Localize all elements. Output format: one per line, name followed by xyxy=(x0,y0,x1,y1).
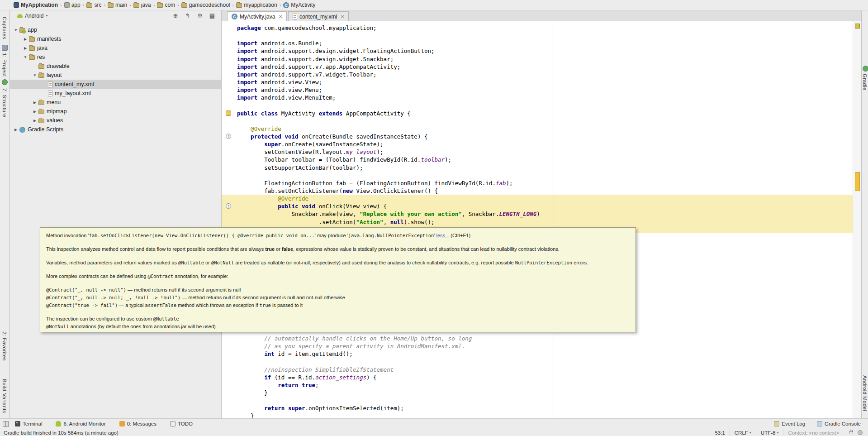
code-line[interactable]: super.onCreate(savedInstanceState); xyxy=(222,140,853,148)
code-line[interactable]: protected void onCreate(Bundle savedInst… xyxy=(222,133,853,140)
inspections-profile-icon[interactable] xyxy=(858,430,863,435)
toolwindow-button-event-log[interactable]: Event Log xyxy=(774,421,805,426)
code-line[interactable]: import android.view.Menu; xyxy=(222,86,853,94)
code-line[interactable]: public class MyActivity extends AppCompa… xyxy=(222,110,853,117)
tree-item-mipmap[interactable]: ▶mipmap xyxy=(10,107,221,116)
window-options-icon[interactable]: ▤ xyxy=(208,11,217,20)
code-line[interactable]: import android.support.v7.app.AppCompatA… xyxy=(222,63,853,71)
toolwindow-button-todo[interactable]: TODO xyxy=(170,421,193,426)
tree-item-content_my.xml[interactable]: content_my.xml xyxy=(10,80,221,89)
toolwindow-switcher-icon[interactable] xyxy=(3,421,9,427)
tree-item-java[interactable]: ▶java xyxy=(10,43,221,53)
breadcrumb-item-main[interactable]: main xyxy=(108,2,127,8)
toolwindow-gradle[interactable]: Gradle xyxy=(862,74,868,91)
breadcrumb-item-java[interactable]: java xyxy=(133,2,151,8)
code-line[interactable] xyxy=(222,101,853,109)
inspection-status-indicator[interactable] xyxy=(855,24,860,29)
toolwindow-button-android[interactable]: 6: Android Monitor xyxy=(56,421,105,426)
breadcrumb-item-gamecodeschool[interactable]: gamecodeschool xyxy=(181,2,230,8)
toolwindow-captures[interactable]: Captures xyxy=(2,17,7,39)
chevron-down-icon[interactable]: ▼ xyxy=(12,28,19,32)
tree-item-manifests[interactable]: ▶manifests xyxy=(10,34,221,43)
tree-item-app[interactable]: ▼app xyxy=(10,25,221,34)
code-line[interactable]: return super.onOptionsItemSelected(item)… xyxy=(222,404,853,412)
class-gutter-icon[interactable] xyxy=(226,110,231,116)
toolwindow-android-model[interactable]: Android Model xyxy=(862,375,868,411)
tree-item-values[interactable]: ▶values xyxy=(10,116,221,125)
code-line[interactable]: .setAction("Action", null).show(); xyxy=(222,218,853,226)
code-line[interactable] xyxy=(222,32,853,39)
tree-item-menu[interactable]: ▶menu xyxy=(10,98,221,107)
chevron-right-icon[interactable]: ▶ xyxy=(22,46,29,50)
code-line[interactable]: //noinspection SimplifiableIfStatement xyxy=(222,366,853,374)
breadcrumb-item-src[interactable]: src xyxy=(86,2,101,8)
toolwindow-build-variants[interactable]: Build Variants xyxy=(2,379,7,413)
tab-content_my.xml[interactable]: content_my.xml× xyxy=(288,11,349,21)
code-line[interactable] xyxy=(222,172,853,179)
code-line[interactable]: import android.view.View; xyxy=(222,78,853,86)
chevron-down-icon[interactable]: ▼ xyxy=(31,73,38,77)
code-line[interactable]: } xyxy=(222,412,853,418)
code-line[interactable]: fab.setOnClickListener(new View.OnClickL… xyxy=(222,187,853,195)
tree-item-drawable[interactable]: drawable xyxy=(10,62,221,71)
code-line[interactable]: @Override xyxy=(222,125,853,133)
breadcrumb-item-myapplication[interactable]: myapplication xyxy=(236,2,277,8)
tab-MyActivity.java[interactable]: MyActivity.java× xyxy=(227,11,287,21)
code-line[interactable] xyxy=(222,358,853,365)
code-line[interactable]: public void onClick(View view) { xyxy=(222,202,853,210)
code-line[interactable]: int id = item.getItemId(); xyxy=(222,350,853,358)
tree-item-res[interactable]: ▼res xyxy=(10,53,221,62)
code-line[interactable]: return true; xyxy=(222,381,853,389)
code-line[interactable]: // as you specify a parent activity in A… xyxy=(222,342,853,350)
chevron-right-icon[interactable]: ▶ xyxy=(31,101,38,105)
warning-stripe-mark[interactable] xyxy=(855,172,860,191)
scroll-from-source-icon[interactable]: ↰ xyxy=(183,11,192,20)
locate-icon[interactable]: ⊕ xyxy=(171,11,180,20)
override-gutter-icon[interactable]: ↑ xyxy=(226,134,231,139)
code-line[interactable]: import android.support.design.widget.Sna… xyxy=(222,55,853,63)
tree-item-my_layout.xml[interactable]: my_layout.xml xyxy=(10,89,221,98)
breadcrumb-item-myactivity[interactable]: MyActivity xyxy=(283,2,315,8)
code-line[interactable]: setSupportActionBar(toolbar); xyxy=(222,164,853,172)
code-line[interactable]: FloatingActionButton fab = (FloatingActi… xyxy=(222,179,853,187)
code-line[interactable]: if (id == R.id.action_settings) { xyxy=(222,374,853,381)
code-line[interactable]: import android.support.design.widget.Flo… xyxy=(222,47,853,55)
chevron-right-icon[interactable]: ▶ xyxy=(12,128,19,132)
chevron-right-icon[interactable]: ▶ xyxy=(31,119,38,123)
less-link[interactable]: less... xyxy=(436,233,450,238)
code-line[interactable]: } xyxy=(222,389,853,397)
close-icon[interactable]: × xyxy=(341,13,344,20)
code-line[interactable]: @Override xyxy=(222,195,853,202)
code-line[interactable]: import android.view.MenuItem; xyxy=(222,94,853,101)
code-line[interactable] xyxy=(222,117,853,125)
encoding-selector[interactable]: UTF-8 ▾ xyxy=(756,429,783,436)
toolwindow-button-gradle-console[interactable]: Gradle Console xyxy=(817,421,861,426)
toolwindow-button-terminal[interactable]: Terminal xyxy=(15,421,42,426)
toolwindow-favorites[interactable]: 2: Favorites xyxy=(2,331,7,361)
breadcrumb-item-app[interactable]: app xyxy=(64,2,81,8)
breadcrumb-item-myapplication[interactable]: MyApplication xyxy=(14,2,58,8)
lock-icon[interactable] xyxy=(849,431,853,434)
code-line[interactable]: setContentView(R.layout.my_layout); xyxy=(222,148,853,156)
code-line[interactable] xyxy=(222,397,853,404)
toolwindow-button-messages[interactable]: 0: Messages xyxy=(119,421,157,426)
chevron-down-icon[interactable]: ▼ xyxy=(22,55,29,59)
code-line[interactable]: package com.gamecodeschool.myapplication… xyxy=(222,24,853,32)
tree-item-Gradle Scripts[interactable]: ▶Gradle Scripts xyxy=(10,125,221,134)
caret-position[interactable]: 53:1 xyxy=(710,429,729,436)
close-icon[interactable]: × xyxy=(279,13,282,20)
project-view-selector[interactable]: Android ▾ xyxy=(17,13,47,19)
tree-item-layout[interactable]: ▼layout xyxy=(10,71,221,80)
chevron-right-icon[interactable]: ▶ xyxy=(22,37,29,41)
settings-icon[interactable]: ⚙ xyxy=(195,11,204,20)
line-ending-selector[interactable]: CRLF ▾ xyxy=(730,429,756,436)
code-line[interactable]: Toolbar toolbar = (Toolbar) findViewById… xyxy=(222,156,853,163)
toolwindow-structure[interactable]: 7: Structure xyxy=(2,88,7,117)
code-line[interactable]: import android.support.v7.widget.Toolbar… xyxy=(222,71,853,78)
toolwindow-project[interactable]: 1: Project xyxy=(2,53,7,77)
chevron-right-icon[interactable]: ▶ xyxy=(31,110,38,114)
breadcrumb-item-com[interactable]: com xyxy=(157,2,175,8)
code-line[interactable]: import android.os.Bundle; xyxy=(222,39,853,47)
code-line[interactable]: Snackbar.make(view, "Replace with your o… xyxy=(222,210,853,218)
code-line[interactable]: // automatically handle clicks on the Ho… xyxy=(222,335,853,342)
